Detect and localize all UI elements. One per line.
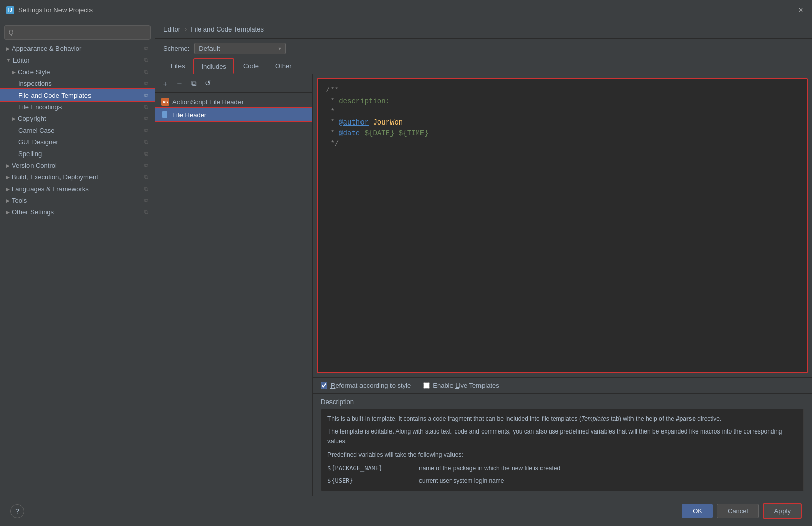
description-panel: Description This is a built-in template.…: [313, 393, 812, 496]
sidebar-item-build-execution[interactable]: ▶ Build, Execution, Deployment ⧉: [0, 171, 155, 183]
live-templates-checkbox[interactable]: [423, 382, 430, 389]
svg-rect-0: [162, 111, 167, 118]
sidebar-label: Tools: [12, 197, 27, 204]
title-bar: IJ Settings for New Projects ×: [0, 0, 812, 20]
copy-icon: ⧉: [144, 174, 148, 180]
file-header-icon: [161, 111, 169, 119]
sidebar-search[interactable]: Q: [4, 25, 151, 40]
arrow-icon: ▶: [12, 70, 16, 75]
template-toolbar: + − ⧉ ↺: [155, 74, 312, 93]
search-icon: Q: [9, 29, 13, 36]
copy-icon: ⧉: [144, 104, 148, 110]
sidebar-item-tools[interactable]: ▶ Tools ⧉: [0, 195, 155, 206]
copy-icon: ⧉: [144, 162, 148, 169]
live-templates-checkbox-row[interactable]: Enable Live Templates: [423, 382, 499, 389]
description-text2: The template is editable. Along with sta…: [327, 427, 797, 446]
sidebar-item-file-encodings[interactable]: File Encodings ⧉: [0, 101, 155, 113]
reformat-checkbox-row[interactable]: Reformat according to style: [321, 382, 411, 389]
scheme-select[interactable]: Default Project: [194, 43, 286, 54]
sidebar-item-gui-designer[interactable]: GUI Designer ⧉: [0, 136, 155, 148]
arrow-icon: ▶: [6, 187, 10, 192]
help-button[interactable]: ?: [10, 504, 24, 518]
sidebar-item-version-control[interactable]: ▶ Version Control ⧉: [0, 160, 155, 171]
close-button[interactable]: ×: [796, 5, 806, 15]
template-item-file-header[interactable]: File Header: [155, 108, 312, 121]
var-row-2: ${USER} current user system login name: [327, 476, 797, 486]
sidebar: Q ▶ Appearance & Behavior ⧉ ▼ Editor ⧉ ▶…: [0, 20, 155, 496]
template-item-actionscript[interactable]: AS ActionScript File Header: [155, 95, 312, 108]
sidebar-item-copyright[interactable]: ▶ Copyright ⧉: [0, 113, 155, 125]
reformat-checkbox[interactable]: [321, 382, 327, 389]
sidebar-label: GUI Designer: [18, 138, 58, 146]
breadcrumb-separator: ›: [185, 25, 187, 33]
tab-includes[interactable]: Includes: [193, 58, 234, 74]
sidebar-item-inspections[interactable]: Inspections ⧉: [0, 78, 155, 89]
var-row-1: ${PACKAGE_NAME} name of the package in w…: [327, 463, 797, 473]
description-title: Description: [313, 394, 812, 409]
arrow-icon: ▶: [6, 175, 10, 180]
var-name-1: ${PACKAGE_NAME}: [327, 463, 409, 473]
arrow-icon: ▶: [6, 198, 10, 203]
sidebar-label: Editor: [13, 56, 30, 64]
sidebar-item-languages-frameworks[interactable]: ▶ Languages & Frameworks ⧉: [0, 183, 155, 195]
scheme-select-wrapper[interactable]: Default Project: [194, 43, 286, 54]
code-line-6: */: [326, 139, 799, 149]
sidebar-item-camel-case[interactable]: Camel Case ⧉: [0, 125, 155, 136]
bottom-bar: ? OK Cancel Apply: [0, 496, 812, 526]
sidebar-label: Languages & Frameworks: [12, 185, 89, 193]
copy-icon: ⧉: [144, 139, 148, 145]
svg-rect-1: [163, 113, 166, 113]
copy-icon: ⧉: [144, 57, 148, 64]
copy-icon: ⧉: [144, 127, 148, 134]
right-panel: Editor › File and Code Templates Scheme:…: [155, 20, 812, 496]
actionscript-icon: AS: [161, 98, 169, 106]
reset-template-button[interactable]: ↺: [202, 77, 214, 89]
ok-button[interactable]: OK: [682, 504, 713, 518]
sidebar-item-code-style[interactable]: ▶ Code Style ⧉: [0, 66, 155, 78]
var-desc-2: current user system login name: [419, 476, 504, 486]
description-text: This is a built-in template. It contains…: [327, 414, 797, 424]
cancel-button[interactable]: Cancel: [717, 504, 759, 518]
remove-template-button[interactable]: −: [173, 77, 186, 89]
copy-icon: ⧉: [144, 197, 148, 204]
code-editor-panel: /** * description: * * @author JourWon *…: [313, 74, 812, 496]
sidebar-item-other-settings[interactable]: ▶ Other Settings ⧉: [0, 206, 155, 218]
code-line-4: * @author JourWon: [326, 117, 799, 128]
sidebar-item-spelling[interactable]: Spelling ⧉: [0, 148, 155, 160]
description-content: This is a built-in template. It contains…: [321, 409, 804, 491]
search-input[interactable]: [16, 29, 146, 37]
code-line-1: /**: [326, 85, 799, 96]
arrow-icon: ▼: [6, 58, 11, 63]
var-desc-1: name of the package in which the new fil…: [419, 463, 560, 473]
sidebar-item-appearance[interactable]: ▶ Appearance & Behavior ⧉: [0, 43, 155, 54]
panel-area: + − ⧉ ↺ AS ActionScrip: [155, 74, 812, 496]
app-icon: IJ: [6, 6, 14, 14]
copy-icon: ⧉: [144, 92, 148, 99]
arrow-icon: ▶: [6, 163, 10, 168]
copy-icon: ⧉: [144, 45, 148, 52]
code-line-2: * description:: [326, 96, 799, 107]
description-text3: Predefined variables will take the follo…: [327, 450, 797, 460]
sidebar-label: Inspections: [18, 80, 52, 87]
tab-other[interactable]: Other: [267, 58, 299, 74]
sidebar-label: Other Settings: [12, 208, 54, 216]
sidebar-label: Appearance & Behavior: [12, 45, 81, 52]
copy-icon: ⧉: [144, 209, 148, 215]
apply-button[interactable]: Apply: [763, 503, 802, 519]
copy-icon: ⧉: [144, 185, 148, 192]
window-title: Settings for New Projects: [18, 6, 93, 14]
code-editor[interactable]: /** * description: * * @author JourWon *…: [317, 78, 808, 373]
copy-icon: ⧉: [144, 115, 148, 122]
add-template-button[interactable]: +: [159, 77, 171, 89]
copy-template-button[interactable]: ⧉: [188, 77, 200, 89]
var-name-2: ${USER}: [327, 476, 409, 486]
template-items-list: AS ActionScript File Header: [155, 93, 312, 496]
code-line-5: * @date ${DATE} ${TIME}: [326, 128, 799, 139]
sidebar-item-editor[interactable]: ▼ Editor ⧉: [0, 54, 155, 66]
tab-code[interactable]: Code: [235, 58, 266, 74]
code-line-3: *: [326, 107, 799, 117]
tab-files[interactable]: Files: [163, 58, 192, 74]
template-item-label: File Header: [172, 111, 206, 119]
arrow-icon: ▶: [12, 116, 16, 121]
sidebar-item-file-templates[interactable]: File and Code Templates ⧉: [0, 89, 155, 101]
